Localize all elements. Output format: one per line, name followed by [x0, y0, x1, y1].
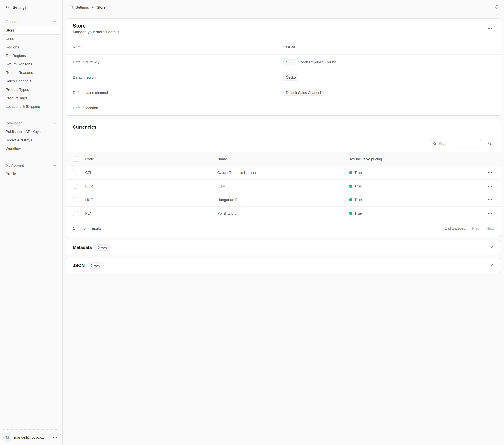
currency-code-badge: CZK: [283, 59, 295, 65]
cell-code: CZK: [85, 171, 217, 175]
store-card-header: Store Manage your store's details: [66, 19, 501, 39]
table-row-pln[interactable]: PLN Polish Zloty True: [66, 206, 501, 220]
avatar: M: [3, 433, 11, 441]
sidebar-item-refund-reasons[interactable]: Refund Reasons: [2, 68, 60, 77]
sales-channel-badge: Default Sales Channel: [283, 90, 324, 96]
status-dot: [349, 185, 352, 188]
cell-name: Czech Republic Koruna: [217, 171, 349, 175]
column-header-name: Name: [217, 157, 349, 161]
results-count: 1 — 4 of 4 results: [73, 226, 102, 231]
breadcrumb: Settings Store: [68, 5, 106, 10]
metadata-keys-badge: 0 keys: [94, 244, 110, 251]
row-label: Default sales channel: [73, 91, 283, 95]
currencies-toolbar: [66, 135, 501, 152]
sidebar-back-header[interactable]: Settings: [0, 0, 62, 15]
search-input[interactable]: [430, 139, 482, 148]
row-value: CZK Czech Republic Koruna: [283, 59, 494, 65]
app-root: Settings General Store Users Regions Tax…: [0, 0, 504, 445]
sidebar-item-secret-api-keys[interactable]: Secret API Keys: [2, 136, 60, 144]
row-value: Česko: [283, 75, 494, 80]
row-value: GOCAFFE: [283, 45, 494, 49]
search-icon: [432, 142, 437, 146]
sort-icon[interactable]: [485, 139, 494, 148]
collapse-icon[interactable]: [53, 20, 57, 24]
topbar: Settings Store: [63, 0, 504, 15]
store-row-default-currency: Default currency CZK Czech Republic Koru…: [66, 54, 501, 70]
content: Store Manage your store's details Name G…: [63, 15, 504, 445]
row-checkbox[interactable]: [73, 170, 78, 175]
breadcrumb-settings[interactable]: Settings: [76, 5, 89, 10]
currencies-card: Currencies Code Name Tax incl: [66, 119, 501, 237]
sidebar-item-users[interactable]: Users: [2, 35, 60, 43]
cell-code: EUR: [85, 184, 217, 189]
sidebar-item-locations-shipping[interactable]: Locations & Shipping: [2, 102, 60, 111]
sidebar-title: Settings: [13, 5, 27, 10]
store-row-default-location: Default location -: [66, 100, 501, 116]
section-header-developer: Developer: [2, 119, 60, 127]
table-row-eur[interactable]: EUR Euro True: [66, 179, 501, 193]
sidebar-item-store[interactable]: Store: [2, 26, 60, 35]
table-row-huf[interactable]: HUF Hungarian Forint True: [66, 193, 501, 206]
next-button[interactable]: Next: [486, 226, 494, 231]
store-title: Store: [73, 23, 119, 29]
sidebar-item-product-types[interactable]: Product Types: [2, 85, 60, 94]
main-area: Settings Store Store Manage your store's…: [63, 0, 504, 445]
json-title: JSON: [73, 263, 85, 268]
sidebar-section-divider: [3, 157, 59, 157]
row-checkbox[interactable]: [73, 184, 78, 189]
store-row-default-region: Default region Česko: [66, 70, 501, 85]
user-menu-ellipsis-icon[interactable]: [51, 433, 59, 441]
json-external-link-icon[interactable]: [489, 263, 494, 268]
notifications-bell-icon[interactable]: [495, 5, 499, 10]
column-header-tax: Tax inclusive pricing: [349, 157, 481, 161]
cell-tax: True: [349, 171, 481, 175]
store-menu-ellipsis-icon[interactable]: [486, 25, 494, 33]
prev-button[interactable]: Prev: [472, 226, 479, 231]
metadata-title: Metadata: [73, 245, 92, 250]
row-label: Default currency: [73, 60, 283, 64]
row-checkbox[interactable]: [73, 211, 78, 216]
json-keys-badge: 9 keys: [88, 262, 103, 269]
table-row-czk[interactable]: CZK Czech Republic Koruna True: [66, 166, 501, 179]
row-ellipsis-icon[interactable]: [486, 196, 494, 204]
currencies-title: Currencies: [73, 124, 96, 130]
row-checkbox[interactable]: [73, 197, 78, 202]
currency-name: Czech Republic Koruna: [298, 60, 336, 64]
cell-tax: True: [349, 198, 481, 202]
sidebar-item-tax-regions[interactable]: Tax Regions: [2, 51, 60, 60]
sidebar-item-return-reasons[interactable]: Return Reasons: [2, 60, 60, 68]
store-subtitle: Manage your store's details: [73, 30, 119, 34]
collapse-icon[interactable]: [53, 121, 57, 125]
breadcrumb-caret-icon: [92, 6, 94, 9]
metadata-external-link-icon[interactable]: [489, 245, 494, 250]
currencies-header: Currencies: [66, 119, 501, 135]
sidebar-item-workflows[interactable]: Workflows: [2, 144, 60, 153]
row-label: Name: [73, 45, 283, 49]
row-ellipsis-icon[interactable]: [486, 182, 494, 190]
breadcrumb-store[interactable]: Store: [97, 5, 106, 10]
row-ellipsis-icon[interactable]: [486, 209, 494, 217]
select-all-checkbox[interactable]: [73, 156, 78, 162]
sidebar-item-regions[interactable]: Regions: [2, 43, 60, 51]
user-menu[interactable]: M manuelli@covo.cz: [0, 430, 62, 445]
section-label: Developer: [6, 121, 22, 125]
store-card: Store Manage your store's details Name G…: [66, 19, 501, 116]
collapse-icon[interactable]: [53, 163, 57, 167]
row-ellipsis-icon[interactable]: [486, 169, 494, 176]
pagination: 1 — 4 of 4 results 1 of 1 pages Prev Nex…: [66, 220, 501, 237]
cell-name: Polish Zloty: [217, 211, 349, 215]
status-dot: [349, 198, 352, 201]
user-email: manuelli@covo.cz: [14, 435, 48, 440]
metadata-card: Metadata 0 keys: [66, 240, 501, 255]
store-row-name: Name GOCAFFE: [66, 39, 501, 54]
sidebar-toggle-icon[interactable]: [68, 5, 73, 10]
cell-code: HUF: [85, 198, 217, 202]
sidebar-item-publishable-api-keys[interactable]: Publishable API Keys: [2, 127, 60, 136]
settings-sidebar: Settings General Store Users Regions Tax…: [0, 0, 63, 445]
currencies-menu-ellipsis-icon[interactable]: [486, 123, 494, 131]
sidebar-item-profile[interactable]: Profile: [2, 170, 60, 178]
sidebar-item-sales-channels[interactable]: Sales Channels: [2, 77, 60, 85]
sidebar-item-product-tags[interactable]: Product Tags: [2, 94, 60, 102]
back-icon: [5, 5, 10, 10]
page-indicator: 1 of 1 pages: [445, 226, 465, 231]
